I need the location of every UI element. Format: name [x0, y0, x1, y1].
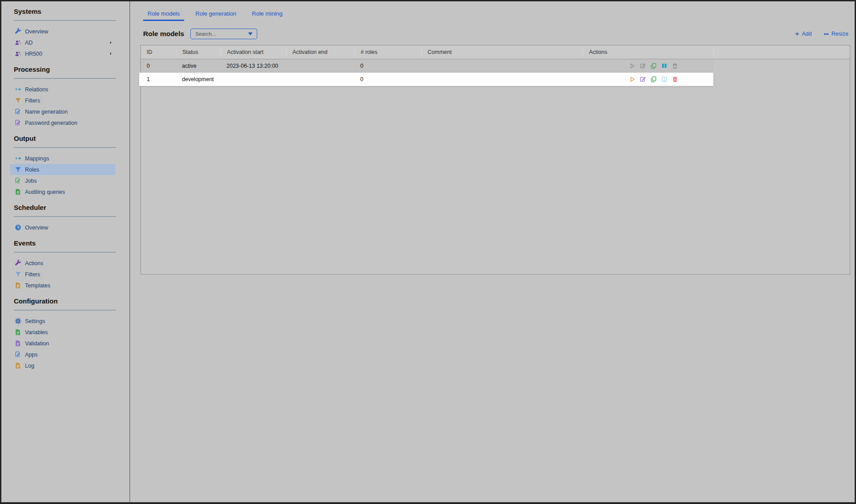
sidebar-item-configuration-settings[interactable]: Settings [10, 316, 115, 327]
sidebar-item-processing-password-generation[interactable]: Password generation [10, 117, 115, 128]
sidebar-item-label: Log [25, 363, 34, 369]
table-row-0[interactable]: 0active2023-06-13 13:20:000 [141, 59, 713, 73]
column-header-roles[interactable]: # roles [354, 49, 421, 56]
resize-button[interactable]: Resize [823, 31, 848, 37]
open-book-icon [661, 63, 667, 69]
sidebar-item-output-jobs[interactable]: Jobs [10, 175, 115, 186]
tab-role-models[interactable]: Role models [143, 10, 184, 21]
chevron-right-icon [109, 52, 113, 56]
sidebar-item-label: Variables [25, 329, 48, 336]
table-body: 0active2023-06-13 13:20:0001development0 [141, 59, 850, 86]
sidebar-item-label: Jobs [25, 178, 37, 184]
sidebar-item-configuration-log[interactable]: Log [10, 360, 115, 371]
section-title-configuration: Configuration [14, 297, 129, 306]
document-icon [15, 282, 21, 289]
dropdown-filter-icon [247, 31, 253, 37]
add-button[interactable]: Add [794, 31, 812, 37]
add-button-label: Add [802, 31, 812, 37]
edit-pencil-icon [640, 63, 646, 69]
action-copy-button[interactable] [650, 76, 657, 82]
action-run-button[interactable] [629, 63, 635, 69]
action-edit-button[interactable] [640, 63, 646, 69]
tab-role-generation[interactable]: Role generation [191, 10, 241, 21]
column-header-actions[interactable]: Actions [583, 49, 713, 56]
role-models-table: IDStatusActivation startActivation end# … [140, 45, 850, 275]
cell-roles: 0 [354, 76, 421, 82]
sidebar-item-label: Settings [25, 318, 45, 324]
document-edit-icon [15, 108, 21, 115]
action-run-button[interactable] [629, 76, 635, 82]
sidebar-item-label: Mappings [25, 156, 49, 162]
gear-icon [15, 318, 21, 324]
sidebar-item-label: Overview [25, 225, 48, 231]
main-content: Role modelsRole generationRole mining Ro… [130, 1, 855, 502]
app-window: SystemsOverviewADHR500ProcessingRelation… [0, 0, 856, 504]
trash-icon [672, 63, 678, 69]
sidebar-item-label: Name generation [25, 109, 68, 115]
section-title-systems: Systems [14, 7, 129, 16]
document-edit-icon [15, 177, 21, 184]
sidebar-item-systems-hr500[interactable]: HR500 [10, 48, 115, 59]
tab-bar: Role modelsRole generationRole mining [130, 1, 855, 21]
sidebar-item-events-filters[interactable]: Filters [10, 269, 115, 280]
sidebar-item-configuration-variables[interactable]: Variables [10, 327, 115, 338]
sidebar-item-output-roles[interactable]: Roles [10, 164, 115, 175]
sidebar-item-processing-name-generation[interactable]: Name generation [10, 106, 115, 117]
sidebar-item-label: Actions [25, 260, 43, 266]
sidebar-item-configuration-validation[interactable]: Validation [10, 338, 115, 349]
sidebar-item-events-actions[interactable]: Actions [10, 258, 115, 269]
document-edit-icon [15, 119, 21, 126]
section-title-processing: Processing [14, 65, 129, 74]
column-header-status[interactable]: Status [176, 49, 221, 56]
table-row-1[interactable]: 1development0 [139, 73, 713, 86]
sidebar-item-label: Auditing queries [25, 189, 65, 195]
tab-role-mining[interactable]: Role mining [247, 10, 287, 21]
sidebar-item-configuration-apps[interactable]: Apps [10, 349, 115, 360]
sidebar-item-output-auditing-queries[interactable]: Auditing queries [10, 186, 115, 197]
column-header-activation-end[interactable]: Activation end [286, 49, 354, 56]
search-dropdown[interactable]: Search... [190, 29, 257, 39]
action-delete-button[interactable] [672, 63, 678, 69]
horizontal-resize-icon [823, 31, 829, 37]
sidebar-item-output-mappings[interactable]: Mappings [10, 153, 115, 164]
column-header-comment[interactable]: Comment [421, 49, 583, 56]
cell-status: active [176, 63, 221, 69]
cell-actions [583, 76, 713, 82]
copy-pages-icon [650, 76, 657, 82]
column-header-activation-start[interactable]: Activation start [221, 49, 286, 56]
toolbar: Role models Search... Add Resize [143, 28, 848, 40]
filter-funnel-icon [15, 166, 21, 173]
users-group-icon [15, 50, 21, 57]
sidebar-item-processing-filters[interactable]: Filters [10, 95, 115, 106]
trash-icon [672, 76, 678, 82]
sidebar-item-label: Overview [25, 29, 48, 35]
action-copy-button[interactable] [650, 63, 657, 69]
plus-icon [794, 31, 800, 37]
clock-icon [15, 224, 21, 231]
cell-activation-start: 2023-06-13 13:20:00 [221, 63, 286, 69]
sidebar-item-label: HR500 [25, 51, 42, 57]
play-icon [629, 76, 635, 82]
document-edit-icon [15, 351, 21, 358]
sidebar-item-systems-overview[interactable]: Overview [10, 26, 115, 37]
sidebar-item-label: AD [25, 40, 33, 46]
sidebar-item-scheduler-overview[interactable]: Overview [10, 222, 115, 233]
chevron-right-icon [109, 41, 113, 45]
cell-actions [583, 63, 713, 69]
action-edit-button[interactable] [640, 76, 646, 82]
sidebar-item-label: Filters [25, 98, 40, 104]
sidebar-item-systems-ad[interactable]: AD [10, 37, 115, 48]
action-documentation-button[interactable] [661, 63, 667, 69]
filter-funnel-icon [15, 97, 21, 104]
action-delete-button[interactable] [672, 76, 678, 82]
section-title-output: Output [14, 134, 129, 143]
column-header-id[interactable]: ID [141, 49, 176, 56]
cell-roles: 0 [354, 63, 421, 69]
action-documentation-button[interactable] [661, 76, 667, 82]
sidebar-item-label: Password generation [25, 120, 77, 126]
cell-id: 1 [141, 76, 176, 82]
sidebar-item-events-templates[interactable]: Templates [10, 280, 115, 291]
transfer-arrows-icon [15, 155, 21, 162]
sidebar-item-processing-relations[interactable]: Relations [10, 84, 115, 95]
search-placeholder: Search... [195, 31, 247, 37]
